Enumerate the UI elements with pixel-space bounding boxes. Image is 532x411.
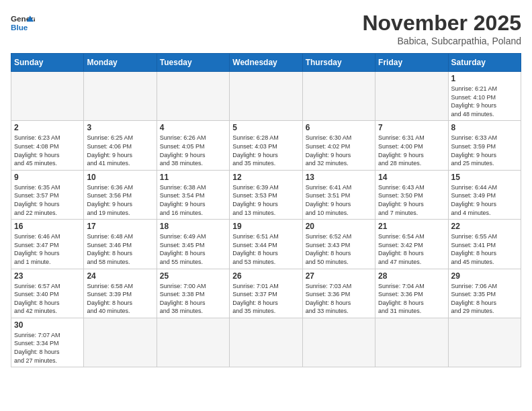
calendar-row: 9Sunrise: 6:35 AM Sunset: 3:57 PM Daylig… <box>11 170 521 219</box>
day-number: 1 <box>451 74 518 83</box>
day-info: Sunrise: 6:41 AM Sunset: 3:51 PM Dayligh… <box>306 183 372 217</box>
day-info: Sunrise: 6:23 AM Sunset: 4:08 PM Dayligh… <box>14 134 81 167</box>
table-row: 8Sunrise: 6:33 AM Sunset: 3:59 PM Daylig… <box>448 121 521 170</box>
generalblue-logo-icon: General Blue <box>11 11 35 35</box>
header-tuesday: Tuesday <box>157 54 229 72</box>
title-area: November 2025 Babica, Subcarpathia, Pola… <box>362 11 521 46</box>
calendar-row: 2Sunrise: 6:23 AM Sunset: 4:08 PM Daylig… <box>11 121 521 170</box>
table-row: 23Sunrise: 6:57 AM Sunset: 3:40 PM Dayli… <box>11 269 84 318</box>
table-row: 22Sunrise: 6:55 AM Sunset: 3:41 PM Dayli… <box>448 220 521 269</box>
table-row <box>375 72 448 121</box>
table-row <box>11 72 84 121</box>
weekday-header-row: Sunday Monday Tuesday Wednesday Thursday… <box>11 54 521 72</box>
day-info: Sunrise: 6:51 AM Sunset: 3:44 PM Dayligh… <box>232 232 299 266</box>
day-info: Sunrise: 6:31 AM Sunset: 4:00 PM Dayligh… <box>378 134 445 167</box>
table-row: 19Sunrise: 6:51 AM Sunset: 3:44 PM Dayli… <box>230 220 302 269</box>
header-sunday: Sunday <box>11 54 84 72</box>
day-number: 2 <box>14 123 81 132</box>
day-number: 8 <box>451 123 518 132</box>
day-number: 20 <box>306 222 372 231</box>
day-info: Sunrise: 6:57 AM Sunset: 3:40 PM Dayligh… <box>14 282 81 316</box>
day-number: 12 <box>232 173 299 182</box>
table-row: 2Sunrise: 6:23 AM Sunset: 4:08 PM Daylig… <box>11 121 84 170</box>
day-info: Sunrise: 7:00 AM Sunset: 3:38 PM Dayligh… <box>160 282 226 316</box>
table-row: 18Sunrise: 6:49 AM Sunset: 3:45 PM Dayli… <box>157 220 229 269</box>
svg-text:Blue: Blue <box>11 23 28 32</box>
day-info: Sunrise: 7:01 AM Sunset: 3:37 PM Dayligh… <box>232 282 299 316</box>
day-number: 25 <box>160 271 226 281</box>
day-number: 13 <box>306 173 372 182</box>
day-info: Sunrise: 6:55 AM Sunset: 3:41 PM Dayligh… <box>451 232 518 266</box>
table-row <box>230 318 302 367</box>
table-row: 14Sunrise: 6:43 AM Sunset: 3:50 PM Dayli… <box>375 170 448 219</box>
day-info: Sunrise: 6:58 AM Sunset: 3:39 PM Dayligh… <box>87 282 153 316</box>
day-info: Sunrise: 6:30 AM Sunset: 4:02 PM Dayligh… <box>306 134 372 167</box>
day-number: 4 <box>160 123 226 132</box>
table-row: 10Sunrise: 6:36 AM Sunset: 3:56 PM Dayli… <box>84 170 157 219</box>
table-row: 9Sunrise: 6:35 AM Sunset: 3:57 PM Daylig… <box>11 170 84 219</box>
table-row <box>448 318 521 367</box>
table-row: 13Sunrise: 6:41 AM Sunset: 3:51 PM Dayli… <box>302 170 375 219</box>
day-info: Sunrise: 7:06 AM Sunset: 3:35 PM Dayligh… <box>451 282 518 316</box>
table-row <box>84 318 157 367</box>
table-row: 4Sunrise: 6:26 AM Sunset: 4:05 PM Daylig… <box>157 121 229 170</box>
table-row: 26Sunrise: 7:01 AM Sunset: 3:37 PM Dayli… <box>230 269 302 318</box>
day-number: 21 <box>378 222 445 231</box>
table-row <box>157 72 229 121</box>
day-number: 3 <box>87 123 153 132</box>
table-row: 20Sunrise: 6:52 AM Sunset: 3:43 PM Dayli… <box>302 220 375 269</box>
day-number: 5 <box>232 123 299 132</box>
table-row: 12Sunrise: 6:39 AM Sunset: 3:53 PM Dayli… <box>230 170 302 219</box>
day-info: Sunrise: 6:21 AM Sunset: 4:10 PM Dayligh… <box>451 85 518 118</box>
calendar-table: Sunday Monday Tuesday Wednesday Thursday… <box>11 53 521 367</box>
day-number: 24 <box>87 271 153 281</box>
table-row <box>302 318 375 367</box>
header-monday: Monday <box>84 54 157 72</box>
day-info: Sunrise: 6:25 AM Sunset: 4:06 PM Dayligh… <box>87 134 153 167</box>
calendar-row: 1Sunrise: 6:21 AM Sunset: 4:10 PM Daylig… <box>11 72 521 121</box>
day-number: 14 <box>378 173 445 182</box>
day-number: 27 <box>306 271 372 281</box>
day-info: Sunrise: 7:03 AM Sunset: 3:36 PM Dayligh… <box>306 282 372 316</box>
header-friday: Friday <box>375 54 448 72</box>
day-number: 28 <box>378 271 445 281</box>
day-number: 17 <box>87 222 153 231</box>
day-info: Sunrise: 6:28 AM Sunset: 4:03 PM Dayligh… <box>232 134 299 167</box>
day-number: 30 <box>14 320 81 330</box>
day-info: Sunrise: 6:46 AM Sunset: 3:47 PM Dayligh… <box>14 232 81 266</box>
day-number: 15 <box>451 173 518 182</box>
day-info: Sunrise: 6:49 AM Sunset: 3:45 PM Dayligh… <box>160 232 226 266</box>
day-info: Sunrise: 6:52 AM Sunset: 3:43 PM Dayligh… <box>306 232 372 266</box>
day-info: Sunrise: 6:36 AM Sunset: 3:56 PM Dayligh… <box>87 183 153 217</box>
table-row: 30Sunrise: 7:07 AM Sunset: 3:34 PM Dayli… <box>11 318 84 367</box>
table-row <box>84 72 157 121</box>
day-number: 29 <box>451 271 518 281</box>
day-number: 18 <box>160 222 226 231</box>
day-info: Sunrise: 6:26 AM Sunset: 4:05 PM Dayligh… <box>160 134 226 167</box>
day-number: 26 <box>232 271 299 281</box>
day-info: Sunrise: 6:39 AM Sunset: 3:53 PM Dayligh… <box>232 183 299 217</box>
table-row: 17Sunrise: 6:48 AM Sunset: 3:46 PM Dayli… <box>84 220 157 269</box>
table-row: 3Sunrise: 6:25 AM Sunset: 4:06 PM Daylig… <box>84 121 157 170</box>
day-info: Sunrise: 6:54 AM Sunset: 3:42 PM Dayligh… <box>378 232 445 266</box>
day-info: Sunrise: 6:44 AM Sunset: 3:49 PM Dayligh… <box>451 183 518 217</box>
table-row: 5Sunrise: 6:28 AM Sunset: 4:03 PM Daylig… <box>230 121 302 170</box>
month-title: November 2025 <box>362 11 521 36</box>
table-row: 24Sunrise: 6:58 AM Sunset: 3:39 PM Dayli… <box>84 269 157 318</box>
table-row <box>302 72 375 121</box>
day-number: 22 <box>451 222 518 231</box>
table-row <box>375 318 448 367</box>
table-row <box>230 72 302 121</box>
day-info: Sunrise: 6:48 AM Sunset: 3:46 PM Dayligh… <box>87 232 153 266</box>
table-row: 7Sunrise: 6:31 AM Sunset: 4:00 PM Daylig… <box>375 121 448 170</box>
header: General Blue November 2025 Babica, Subca… <box>11 11 521 46</box>
logo: General Blue <box>11 11 35 35</box>
table-row: 21Sunrise: 6:54 AM Sunset: 3:42 PM Dayli… <box>375 220 448 269</box>
table-row: 11Sunrise: 6:38 AM Sunset: 3:54 PM Dayli… <box>157 170 229 219</box>
calendar-row: 16Sunrise: 6:46 AM Sunset: 3:47 PM Dayli… <box>11 220 521 269</box>
table-row: 25Sunrise: 7:00 AM Sunset: 3:38 PM Dayli… <box>157 269 229 318</box>
table-row: 15Sunrise: 6:44 AM Sunset: 3:49 PM Dayli… <box>448 170 521 219</box>
day-info: Sunrise: 6:35 AM Sunset: 3:57 PM Dayligh… <box>14 183 81 217</box>
day-number: 23 <box>14 271 81 281</box>
day-info: Sunrise: 6:33 AM Sunset: 3:59 PM Dayligh… <box>451 134 518 167</box>
